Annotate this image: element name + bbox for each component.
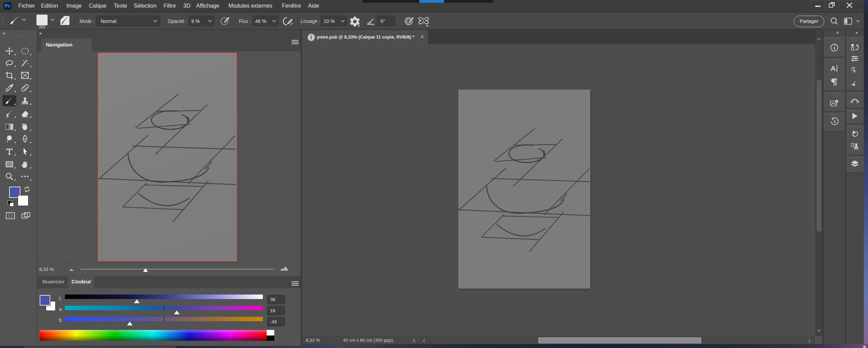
svg-text:A: A xyxy=(831,64,836,72)
